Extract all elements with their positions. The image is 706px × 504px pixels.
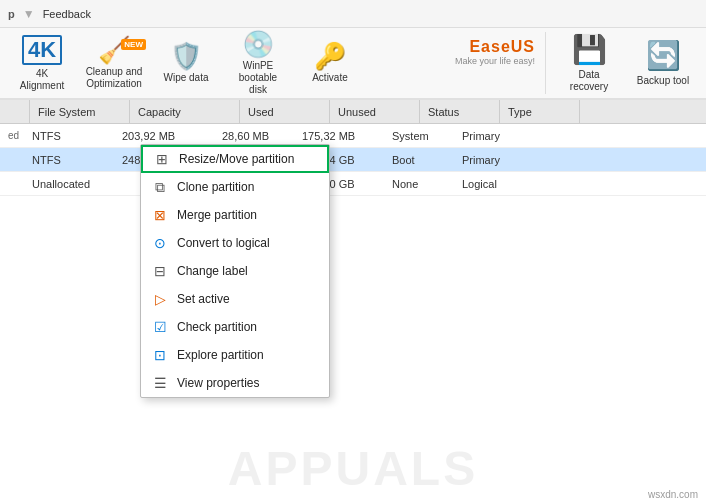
check-label: Check partition [177,320,257,334]
set-active-label: Set active [177,292,230,306]
td-status-0: System [384,124,454,147]
change-label-icon: ⊟ [151,263,169,279]
explore-icon: ⊡ [151,347,169,363]
context-menu-explore[interactable]: ⊡ Explore partition [141,341,329,369]
properties-icon: ☰ [151,375,169,391]
td-fs-0: NTFS [24,124,114,147]
context-menu-properties[interactable]: ☰ View properties [141,369,329,397]
context-menu: ⊞ Resize/Move partition ⧉ Clone partitio… [140,144,330,398]
check-icon: ☑ [151,319,169,335]
clone-label: Clone partition [177,180,254,194]
th-unused: Unused [330,100,420,123]
explore-label: Explore partition [177,348,264,362]
winpe-label: WinPE bootable disk [229,60,287,96]
brand-tagline: Make your life easy! [455,56,535,66]
toolbar-right-section: EaseUS Make your life easy! 💾 Data recov… [455,32,706,94]
easeus-brand: EaseUS Make your life easy! [455,32,545,94]
td-fs-2: Unallocated [24,172,114,195]
convert-label: Convert to logical [177,236,270,250]
context-menu-resize-move[interactable]: ⊞ Resize/Move partition [141,145,329,173]
title-feedback: Feedback [43,8,91,20]
th-capacity: Capacity [130,100,240,123]
table-row[interactable]: ed NTFS 203,92 MB 28,60 MB 175,32 MB Sys… [0,124,706,148]
data-recovery-label: Data recovery [558,69,620,93]
toolbar-activate[interactable]: 🔑 Activate [296,33,364,93]
resize-move-icon: ⊞ [153,151,171,167]
toolbar: 4K 4K Alignment 🧹 Cleanup and Optimizati… [0,28,706,100]
merge-label: Merge partition [177,208,257,222]
wipe-icon: 🛡️ [170,43,202,69]
table-row[interactable]: Unallocated 0 Bytes 217,50 GB None Logic… [0,172,706,196]
td-fs-1: NTFS [24,148,114,171]
wipe-label: Wipe data [163,72,208,84]
clone-icon: ⧉ [151,179,169,196]
table-header: File System Capacity Used Unused Status … [0,100,706,124]
properties-label: View properties [177,376,260,390]
data-recovery-icon: 💾 [572,33,607,66]
merge-icon: ⊠ [151,207,169,223]
td-type-1: Primary [454,148,524,171]
context-menu-check[interactable]: ☑ Check partition [141,313,329,341]
context-menu-change-label[interactable]: ⊟ Change label [141,257,329,285]
th-type: Type [500,100,580,123]
td-prefix-1 [0,148,24,171]
backup-tool-icon: 🔄 [646,39,681,72]
cleanup-wrap: 🧹 Cleanup and Optimization NEW [80,33,148,93]
th-filesystem: File System [30,100,130,123]
toolbar-wipe-data[interactable]: 🛡️ Wipe data [152,33,220,93]
brand-name: EaseUS [469,38,535,56]
change-label-label: Change label [177,264,248,278]
toolbar-4k-alignment[interactable]: 4K 4K Alignment [8,33,76,93]
new-badge: NEW [121,39,146,50]
context-menu-merge[interactable]: ⊠ Merge partition [141,201,329,229]
context-menu-clone[interactable]: ⧉ Clone partition [141,173,329,201]
4k-label: 4K Alignment [13,68,71,92]
th-status: Status [420,100,500,123]
toolbar-backup-tool[interactable]: 🔄 Backup tool [628,33,698,93]
table-row[interactable]: NTFS 248,07 GB 29,73 GB 218,34 GB Boot P… [0,148,706,172]
convert-icon: ⊙ [151,235,169,251]
backup-tool-label: Backup tool [637,75,689,87]
th-used: Used [240,100,330,123]
td-type-2: Logical [454,172,524,195]
activate-label: Activate [312,72,348,84]
set-active-icon: ▷ [151,291,169,307]
toolbar-main: 4K 4K Alignment 🧹 Cleanup and Optimizati… [0,32,455,94]
td-status-1: Boot [384,148,454,171]
cleanup-label: Cleanup and Optimization [85,66,143,90]
td-prefix-0: ed [0,124,24,147]
td-status-2: None [384,172,454,195]
td-prefix-2 [0,172,24,195]
title-bar: p ▼ Feedback [0,0,706,28]
4k-icon: 4K [22,35,62,65]
watermark-wsxdn: wsxdn.com [648,489,698,500]
context-menu-set-active[interactable]: ▷ Set active [141,285,329,313]
activate-icon: 🔑 [314,43,346,69]
title-logo: p [8,8,15,20]
td-type-0: Primary [454,124,524,147]
title-sep: ▼ [23,7,35,21]
resize-move-label: Resize/Move partition [179,152,294,166]
toolbar-winpe[interactable]: 💿 WinPE bootable disk [224,33,292,93]
th-empty [0,100,30,123]
winpe-icon: 💿 [242,31,274,57]
watermark-appuals: APPUALS [228,441,478,496]
toolbar-right: 💾 Data recovery 🔄 Backup tool [545,32,706,94]
table-body: ed NTFS 203,92 MB 28,60 MB 175,32 MB Sys… [0,124,706,504]
context-menu-convert[interactable]: ⊙ Convert to logical [141,229,329,257]
toolbar-data-recovery[interactable]: 💾 Data recovery [554,33,624,93]
